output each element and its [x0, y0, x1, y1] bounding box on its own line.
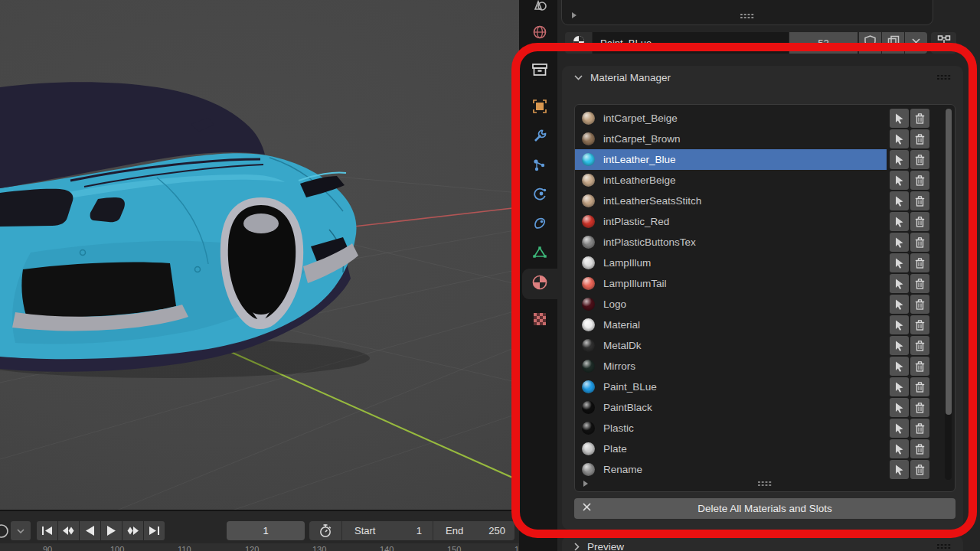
assign-material-button[interactable]: [890, 171, 909, 190]
material-row[interactable]: Rename: [575, 459, 955, 480]
material-row-main[interactable]: MetalDk: [575, 335, 887, 356]
assign-material-button[interactable]: [890, 419, 909, 438]
jump-to-end-button[interactable]: [144, 521, 165, 540]
assign-material-button[interactable]: [890, 398, 909, 417]
panel-drag-grip[interactable]: [936, 74, 951, 80]
material-row-main[interactable]: PaintBlack: [575, 397, 887, 418]
delete-all-materials-button[interactable]: Delete All Materials and Slots: [574, 498, 956, 519]
delete-material-button[interactable]: [910, 150, 929, 169]
assign-material-button[interactable]: [890, 295, 909, 314]
material-row-main[interactable]: Rename: [575, 459, 887, 480]
delete-material-button[interactable]: [910, 377, 929, 396]
browse-material-button[interactable]: [565, 32, 592, 54]
material-row-main[interactable]: intLeatherSeatsStitch: [575, 191, 887, 211]
list-resize-grip[interactable]: [757, 481, 772, 487]
assign-material-button[interactable]: [890, 129, 909, 148]
timeline-ruler[interactable]: 90100110120130140150160: [0, 543, 519, 551]
play-reverse-button[interactable]: [80, 521, 100, 540]
tab-material-properties[interactable]: [522, 269, 557, 299]
material-row[interactable]: intLeatherSeatsStitch: [575, 191, 955, 211]
jump-to-prev-keyframe-button[interactable]: [58, 521, 79, 540]
delete-material-button[interactable]: [910, 171, 929, 190]
material-row[interactable]: LampIllum: [575, 253, 955, 273]
material-row[interactable]: intCarpet_Beige: [575, 108, 955, 129]
material-row[interactable]: intCarpet_Brown: [575, 129, 955, 149]
start-frame-field[interactable]: Start 1: [342, 521, 433, 540]
slots-expander[interactable]: [572, 12, 577, 18]
assign-material-button[interactable]: [890, 274, 909, 293]
assign-material-button[interactable]: [890, 150, 909, 169]
material-row[interactable]: Paint_BLue: [575, 377, 955, 397]
material-row-main[interactable]: intLeather_Blue: [575, 149, 887, 170]
material-row-main[interactable]: intCarpet_Beige: [575, 108, 887, 129]
delete-material-button[interactable]: [910, 419, 929, 438]
material-row[interactable]: Plate: [575, 439, 955, 459]
end-frame-field[interactable]: End 250: [433, 521, 514, 540]
3d-viewport[interactable]: [0, 0, 519, 510]
preview-panel-header[interactable]: Preview: [562, 536, 963, 551]
delete-material-button[interactable]: [910, 439, 929, 458]
delete-material-button[interactable]: [910, 398, 929, 417]
delete-material-button[interactable]: [910, 315, 929, 334]
material-row[interactable]: Plastic: [575, 418, 955, 439]
material-row-main[interactable]: intPlasticButtonsTex: [575, 232, 887, 253]
assign-material-button[interactable]: [890, 212, 909, 231]
tab-texture-properties[interactable]: [522, 307, 557, 334]
assign-material-button[interactable]: [890, 357, 909, 376]
tab-object-properties[interactable]: [522, 94, 557, 122]
assign-material-button[interactable]: [890, 460, 909, 479]
delete-material-button[interactable]: [910, 336, 929, 355]
material-row[interactable]: intLeather_Blue: [575, 149, 955, 170]
assign-material-button[interactable]: [890, 377, 909, 396]
material-row-main[interactable]: LampIllumTail: [575, 273, 887, 294]
delete-material-button[interactable]: [910, 212, 929, 231]
material-row[interactable]: Material: [575, 315, 955, 335]
delete-material-button[interactable]: [910, 295, 929, 314]
material-row-main[interactable]: Logo: [575, 294, 887, 315]
new-material-button[interactable]: [882, 32, 904, 54]
tab-physics-properties[interactable]: [522, 182, 557, 210]
material-row-main[interactable]: LampIllum: [575, 253, 887, 273]
play-button[interactable]: [101, 521, 122, 540]
delete-material-button[interactable]: [910, 274, 929, 293]
assign-material-button[interactable]: [890, 315, 909, 334]
unlink-material-button[interactable]: [905, 32, 927, 54]
material-row-main[interactable]: intPlastic_Red: [575, 211, 887, 232]
preview-drag-grip[interactable]: [936, 543, 951, 549]
delete-material-button[interactable]: [910, 233, 929, 252]
material-list-scrollbar[interactable]: [945, 109, 952, 480]
assign-material-button[interactable]: [890, 439, 909, 458]
scrollbar-thumb[interactable]: [946, 109, 952, 415]
material-row-main[interactable]: Mirrors: [575, 356, 887, 377]
tab-modifier-properties[interactable]: [522, 124, 557, 152]
delete-material-button[interactable]: [910, 109, 929, 128]
material-row-main[interactable]: intCarpet_Brown: [575, 129, 887, 149]
material-row[interactable]: PaintBlack: [575, 397, 955, 418]
material-row[interactable]: Logo: [575, 294, 955, 315]
tab-constraint-properties[interactable]: [522, 211, 557, 239]
current-frame-field[interactable]: 1: [227, 521, 305, 540]
node-tree-button[interactable]: [931, 32, 956, 54]
tab-scene-properties[interactable]: [522, 0, 557, 20]
material-row-main[interactable]: Paint_BLue: [575, 377, 887, 397]
delete-material-button[interactable]: [910, 129, 929, 148]
material-row-main[interactable]: Plate: [575, 439, 887, 459]
material-name-field[interactable]: Paint_BLue: [593, 32, 789, 54]
jump-to-start-button[interactable]: [37, 521, 57, 540]
assign-material-button[interactable]: [890, 109, 909, 128]
assign-material-button[interactable]: [890, 191, 909, 210]
material-row[interactable]: intPlasticButtonsTex: [575, 232, 955, 253]
material-row-main[interactable]: Material: [575, 315, 887, 335]
delete-material-button[interactable]: [910, 191, 929, 210]
tab-data-properties[interactable]: [522, 240, 557, 268]
list-expander[interactable]: [583, 481, 588, 487]
material-row-main[interactable]: intLeatherBeige: [575, 170, 887, 191]
material-manager-header[interactable]: Material Manager: [562, 66, 963, 89]
material-row[interactable]: Mirrors: [575, 356, 955, 377]
assign-material-button[interactable]: [890, 233, 909, 252]
fake-user-button[interactable]: [859, 32, 881, 54]
material-row[interactable]: MetalDk: [575, 335, 955, 356]
tab-particle-properties[interactable]: [522, 153, 557, 181]
material-row[interactable]: LampIllumTail: [575, 273, 955, 294]
delete-material-button[interactable]: [910, 460, 929, 479]
